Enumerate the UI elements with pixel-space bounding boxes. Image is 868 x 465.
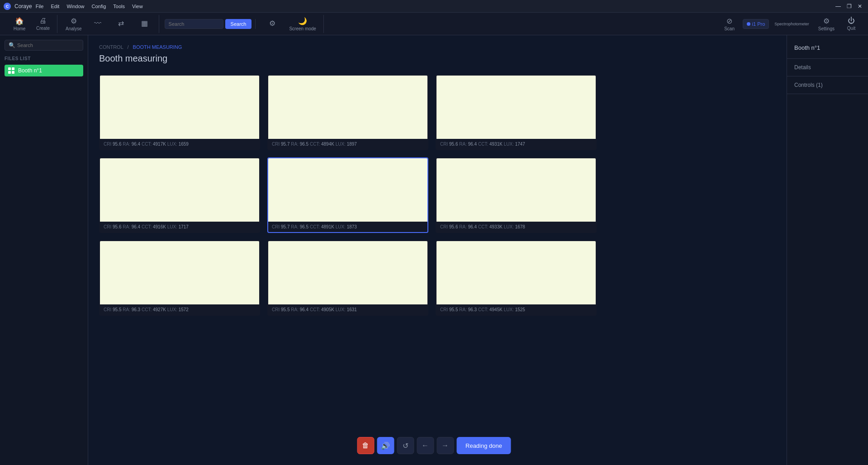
card-info-9: CRI 95.5 RA: 96.3 CCT: 4945K LUX: 1525 (436, 304, 596, 315)
measurement-card-1[interactable]: CRI 95.6 RA: 96.4 CCT: 4917K LUX: 1659 (99, 75, 260, 150)
calibrate-button[interactable]: ⇄ (110, 17, 133, 30)
calibrate-icon: ⇄ (118, 19, 124, 28)
create-icon: 🖨 (39, 17, 47, 25)
right-panel-controls[interactable]: Controls (1) (787, 76, 868, 94)
window-controls: — ❐ ✕ (834, 2, 864, 11)
delete-button[interactable]: 🗑 (357, 437, 374, 454)
home-button[interactable]: 🏠 Home (8, 15, 31, 33)
analyse-icon: ⚙ (71, 17, 77, 25)
reading-done-button[interactable]: Reading done (456, 437, 511, 454)
page-title: Booth measuring (99, 53, 776, 64)
menu-config[interactable]: Config (92, 4, 106, 9)
quit-button[interactable]: ⏻ Quit (840, 15, 863, 33)
sound-button[interactable]: 🔊 (377, 437, 394, 454)
main-layout: 🔍 FILES LIST Booth n°1 CONTROL / BOOTH M… (0, 35, 868, 465)
right-panel-details[interactable]: Details (787, 59, 868, 76)
card-preview-5 (268, 158, 427, 222)
card-preview-9 (436, 241, 596, 304)
card-preview-7 (100, 241, 259, 304)
title-bar-left: C Coraye File Edit Window Config Tools V… (4, 3, 143, 10)
spectrophotometer-button[interactable]: Spectrophotometer (771, 20, 813, 28)
card-info-2: CRI 95.7 RA: 96.5 CCT: 4894K LUX: 1897 (268, 139, 427, 149)
waveform-button[interactable]: 〰 (86, 18, 109, 30)
sidebar-item-label: Booth n°1 (18, 67, 42, 74)
home-icon: 🏠 (15, 17, 24, 25)
measurement-grid: CRI 95.6 RA: 96.4 CCT: 4917K LUX: 1659 C… (99, 75, 597, 316)
prev-icon: ← (422, 441, 429, 450)
analyse-group: ⚙ Analyse 〰 ⇄ ▦ (59, 15, 159, 33)
breadcrumb: CONTROL / BOOTH MEASURING (99, 44, 776, 50)
waveform-icon: 〰 (94, 19, 101, 28)
card-info-1: CRI 95.6 RA: 96.4 CCT: 4917K LUX: 1659 (100, 139, 259, 149)
menu-bar: File Edit Window Config Tools View (36, 4, 143, 9)
sidebar-item-booth-n1[interactable]: Booth n°1 (5, 65, 83, 76)
refresh-button[interactable]: ↺ (397, 437, 414, 454)
card-info-4: CRI 95.6 RA: 96.4 CCT: 4916K LUX: 1717 (100, 222, 259, 232)
refresh-icon: ↺ (403, 441, 408, 450)
app-title: Coraye (14, 3, 32, 9)
toolbar-right: ⊘ Scan i1 Pro Spectrophotometer ⚙ Settin… (718, 15, 863, 33)
card-preview-8 (268, 241, 427, 304)
create-button[interactable]: 🖨 Create (32, 15, 54, 33)
scan-icon: ⊘ (726, 17, 732, 25)
trash-icon: 🗑 (362, 441, 369, 450)
menu-file[interactable]: File (36, 4, 44, 9)
card-preview-2 (268, 76, 427, 139)
next-icon: → (441, 441, 449, 450)
settings-button[interactable]: ⚙ Settings (815, 15, 838, 33)
main-toolbar: 🏠 Home 🖨 Create ⚙ Analyse 〰 ⇄ ▦ Search (0, 13, 868, 35)
analyse-button[interactable]: ⚙ Analyse (62, 15, 85, 33)
minimize-button[interactable]: — (834, 2, 843, 11)
measurement-card-5[interactable]: CRI 95.7 RA: 96.5 CCT: 4891K LUX: 1873 (267, 157, 428, 233)
booth-icon (8, 67, 14, 74)
breadcrumb-root: CONTROL (99, 44, 123, 50)
measurement-card-3[interactable]: CRI 95.6 RA: 96.4 CCT: 4931K LUX: 1747 (436, 75, 597, 150)
prev-button[interactable]: ← (417, 437, 434, 454)
card-preview-3 (436, 76, 596, 139)
menu-tools[interactable]: Tools (113, 4, 125, 9)
nav-group: 🏠 Home 🖨 Create (5, 15, 57, 33)
card-info-3: CRI 95.6 RA: 96.4 CCT: 4931K LUX: 1747 (436, 139, 596, 149)
app-logo: C (4, 3, 11, 10)
search-button[interactable]: Search (225, 19, 252, 29)
card-preview-6 (436, 158, 596, 222)
measure-icon: ▦ (141, 19, 148, 28)
content-area: CONTROL / BOOTH MEASURING Booth measurin… (88, 35, 787, 465)
files-list-label: FILES LIST (5, 56, 83, 61)
search-group: Search (161, 19, 256, 29)
measurement-card-2[interactable]: CRI 95.7 RA: 96.5 CCT: 4894K LUX: 1897 (267, 75, 428, 150)
measurement-card-6[interactable]: CRI 95.6 RA: 96.4 CCT: 4933K LUX: 1678 (436, 157, 597, 233)
measurement-card-9[interactable]: CRI 95.5 RA: 96.3 CCT: 4945K LUX: 1525 (436, 240, 597, 316)
scan-button[interactable]: ⊘ Scan (718, 15, 741, 33)
menu-edit[interactable]: Edit (51, 4, 59, 9)
sound-icon: 🔊 (381, 441, 390, 450)
close-button[interactable]: ✕ (855, 2, 864, 11)
moon-icon: 🌙 (298, 17, 307, 25)
settings-icon: ⚙ (823, 17, 830, 25)
measurement-card-7[interactable]: CRI 95.5 RA: 96.3 CCT: 4927K LUX: 1572 (99, 240, 260, 316)
card-info-6: CRI 95.6 RA: 96.4 CCT: 4933K LUX: 1678 (436, 222, 596, 232)
card-preview-4 (100, 158, 259, 222)
menu-window[interactable]: Window (66, 4, 84, 9)
left-sidebar: 🔍 FILES LIST Booth n°1 (0, 35, 88, 465)
card-preview-1 (100, 76, 259, 139)
screen-mode-group: ⚙ 🌙 Screen mode (257, 15, 323, 33)
title-bar: C Coraye File Edit Window Config Tools V… (0, 0, 868, 13)
card-info-8: CRI 95.5 RA: 96.4 CCT: 4905K LUX: 1631 (268, 304, 427, 315)
breadcrumb-current: BOOTH MEASURING (133, 44, 182, 50)
measurement-card-8[interactable]: CRI 95.5 RA: 96.4 CCT: 4905K LUX: 1631 (267, 240, 428, 316)
sidebar-search-input[interactable] (17, 43, 79, 48)
search-input[interactable] (165, 19, 223, 29)
right-panel: Booth n°1 Details Controls (1) (787, 35, 868, 465)
breadcrumb-separator: / (127, 44, 128, 50)
menu-view[interactable]: View (132, 4, 143, 9)
screen-mode-button[interactable]: 🌙 Screen mode (285, 15, 319, 33)
measure-button[interactable]: ▦ (133, 17, 156, 30)
spectrophotometer-indicator: i1 Pro (743, 19, 769, 29)
screen-settings-icon: ⚙ (269, 19, 275, 28)
screen-settings-button[interactable]: ⚙ (261, 17, 284, 30)
sidebar-search-icon: 🔍 (9, 42, 15, 48)
measurement-card-4[interactable]: CRI 95.6 RA: 96.4 CCT: 4916K LUX: 1717 (99, 157, 260, 233)
restore-button[interactable]: ❐ (844, 2, 854, 11)
next-button[interactable]: → (436, 437, 454, 454)
